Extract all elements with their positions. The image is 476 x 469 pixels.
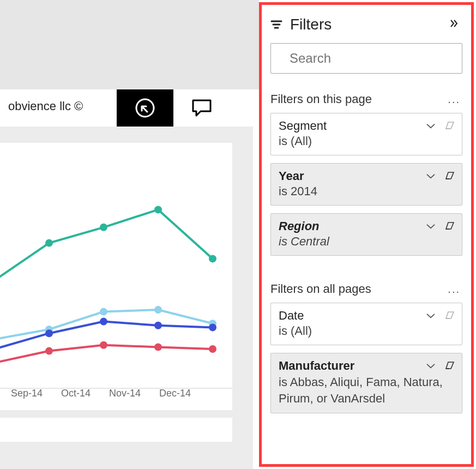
svg-point-0 [136,99,154,117]
clear-filter-icon[interactable] [444,121,455,131]
svg-point-4 [100,224,107,231]
chevron-down-icon [426,173,436,179]
svg-point-16 [209,323,216,331]
line-chart-visual[interactable]: Sep-14Oct-14Nov-14Dec-14 [0,143,232,410]
x-axis-labels: Sep-14Oct-14Nov-14Dec-14 [0,388,232,399]
filters-pane-highlight: Filters Filters on this page ... S [259,2,474,467]
all-pages-filters-heading: Filters on all pages [270,282,371,296]
comment-icon [191,99,212,117]
svg-point-13 [45,329,53,337]
clear-filter-icon[interactable] [444,361,455,371]
svg-point-10 [154,306,162,314]
svg-point-3 [45,239,53,247]
filter-cond: is Abbas, Aliqui, Fama, Natura, Pirum, o… [279,374,454,406]
filter-cond: is Central [279,234,420,249]
filter-card-year[interactable]: Year is 2014 [270,163,462,206]
nav-arrow-button[interactable] [117,89,173,127]
copyright-text: obvience llc © [8,99,83,113]
page-filters-heading: Filters on this page [270,92,372,106]
comment-button[interactable] [173,89,230,127]
svg-point-9 [100,308,107,316]
filter-cond: is 2014 [279,184,420,199]
report-header-strip [0,0,259,89]
clear-filter-icon[interactable] [444,311,455,321]
page-filters-section: Filters on this page ... Segment is (All… [270,92,462,263]
chevron-down-icon [426,363,436,369]
all-pages-filters-more-button[interactable]: ... [448,283,462,296]
all-pages-filters-section: Filters on all pages ... Date is (All) M… [270,282,462,421]
filters-header: Filters [270,11,462,38]
filter-icon [270,19,282,30]
svg-point-20 [154,343,162,351]
svg-point-19 [100,341,107,349]
filter-card-date[interactable]: Date is (All) [270,303,462,345]
filter-cond: is (All) [279,324,420,338]
svg-point-21 [209,345,216,353]
x-axis-tick: Sep-14 [11,388,43,399]
chevron-down-icon [426,123,436,129]
clear-filter-icon[interactable] [444,221,455,231]
clear-filter-icon[interactable] [444,171,455,181]
filters-title: Filters [290,16,332,33]
svg-point-6 [209,255,216,262]
filter-card-region[interactable]: Region is Central [270,213,462,256]
chevron-down-icon [426,312,436,318]
filter-card-segment[interactable]: Segment is (All) [270,113,462,155]
filter-card-manufacturer[interactable]: Manufacturer is Abbas, Aliqui, Fama, Nat… [270,353,462,413]
chevron-double-right-icon [449,19,459,28]
x-axis-tick: Oct-14 [61,388,91,399]
svg-point-5 [154,206,162,213]
page-filters-more-button[interactable]: ... [448,93,462,106]
x-axis-tick: Dec-14 [159,388,191,399]
chevron-down-icon [426,223,436,229]
search-box[interactable] [270,43,462,74]
arrow-circle-icon [134,97,156,119]
x-axis-tick: Nov-14 [109,388,141,399]
search-input[interactable] [288,50,454,67]
chart-footer-strip [0,418,232,442]
filter-cond: is (All) [279,134,420,148]
svg-point-14 [100,318,107,326]
svg-point-18 [45,347,53,355]
line-chart-plot [0,170,232,399]
svg-point-15 [154,322,162,329]
collapse-pane-button[interactable] [449,19,462,31]
